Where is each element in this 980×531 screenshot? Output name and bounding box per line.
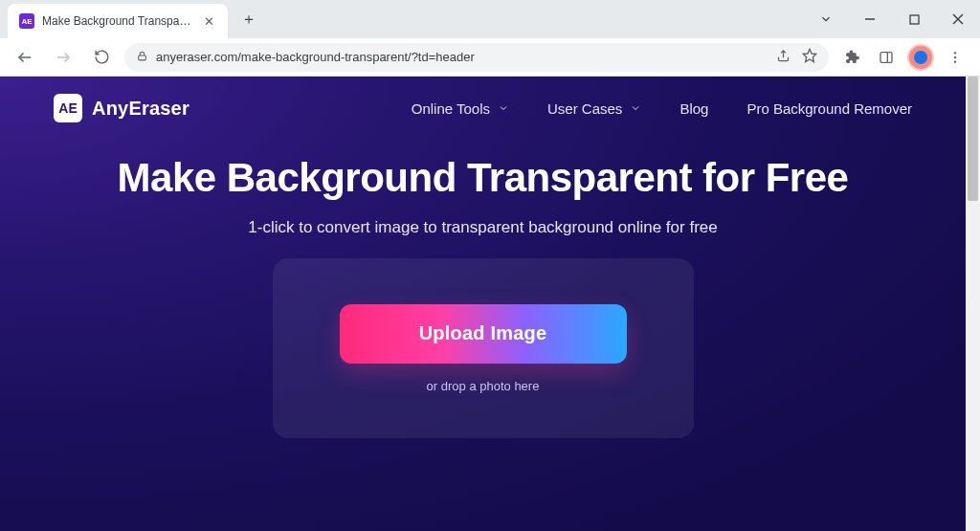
lock-icon bbox=[136, 50, 148, 65]
drop-hint-text: or drop a photo here bbox=[427, 379, 540, 393]
viewport: AE AnyEraser Online Tools User Cases bbox=[0, 77, 980, 531]
hero-title: Make Background Transparent for Free bbox=[38, 155, 927, 201]
window-controls bbox=[804, 0, 980, 38]
svg-rect-1 bbox=[910, 15, 919, 24]
address-bar[interactable]: anyeraser.com/make-background-transparen… bbox=[124, 43, 829, 72]
window-maximize-button[interactable] bbox=[892, 0, 936, 38]
browser-toolbar: anyeraser.com/make-background-transparen… bbox=[0, 38, 980, 77]
chrome-menu-button[interactable] bbox=[940, 42, 970, 73]
hero-subtitle: 1-click to convert image to transparent … bbox=[38, 218, 927, 237]
window-minimize-button[interactable] bbox=[848, 0, 892, 38]
profile-avatar[interactable] bbox=[905, 42, 936, 73]
share-icon[interactable] bbox=[776, 49, 791, 66]
address-bar-url: anyeraser.com/make-background-transparen… bbox=[156, 50, 768, 64]
svg-point-12 bbox=[954, 55, 956, 57]
window-titlebar: AE Make Background Transparent in ✕ ＋ bbox=[0, 0, 980, 38]
nav-blog[interactable]: Blog bbox=[679, 100, 708, 117]
upload-image-button[interactable]: Upload Image bbox=[340, 304, 627, 364]
browser-tab[interactable]: AE Make Background Transparent in ✕ bbox=[8, 4, 228, 38]
brand-logo-link[interactable]: AE AnyEraser bbox=[54, 94, 189, 122]
nav-back-button[interactable] bbox=[10, 42, 40, 73]
tab-search-button[interactable] bbox=[804, 0, 848, 38]
page: AE AnyEraser Online Tools User Cases bbox=[0, 77, 966, 531]
site-header: AE AnyEraser Online Tools User Cases bbox=[0, 77, 966, 134]
window-close-button[interactable] bbox=[936, 0, 980, 38]
nav-user-cases[interactable]: User Cases bbox=[547, 100, 641, 117]
bookmark-star-icon[interactable] bbox=[802, 48, 817, 66]
svg-marker-8 bbox=[803, 49, 815, 61]
brand-name: AnyEraser bbox=[92, 98, 189, 120]
nav-reload-button[interactable] bbox=[86, 42, 117, 73]
nav-pro-bg-remover[interactable]: Pro Background Remover bbox=[746, 100, 912, 117]
svg-point-13 bbox=[954, 60, 956, 62]
svg-point-11 bbox=[954, 52, 956, 54]
chevron-down-icon bbox=[630, 102, 641, 114]
side-panel-icon[interactable] bbox=[871, 42, 902, 73]
nav-online-tools[interactable]: Online Tools bbox=[412, 100, 509, 117]
nav-item-label: Pro Background Remover bbox=[746, 100, 912, 117]
nav-item-label: Online Tools bbox=[412, 100, 490, 117]
main-nav: Online Tools User Cases Blog bbox=[412, 100, 912, 117]
nav-item-label: Blog bbox=[679, 100, 708, 117]
hero: Make Background Transparent for Free 1-c… bbox=[0, 134, 966, 438]
svg-rect-9 bbox=[880, 52, 892, 62]
svg-rect-6 bbox=[139, 55, 146, 59]
upload-dropzone[interactable]: Upload Image or drop a photo here bbox=[273, 258, 694, 438]
chevron-down-icon bbox=[498, 102, 509, 114]
vertical-scrollbar[interactable] bbox=[966, 77, 980, 531]
new-tab-button[interactable]: ＋ bbox=[235, 6, 262, 33]
tab-close-button[interactable]: ✕ bbox=[201, 13, 216, 29]
extensions-puzzle-icon[interactable] bbox=[836, 42, 867, 73]
tab-favicon: AE bbox=[19, 13, 34, 29]
nav-forward-button[interactable] bbox=[48, 42, 78, 73]
scrollbar-thumb[interactable] bbox=[968, 77, 978, 201]
tab-title: Make Background Transparent in bbox=[42, 14, 193, 28]
brand-logo-icon: AE bbox=[54, 94, 82, 122]
nav-item-label: User Cases bbox=[547, 100, 622, 117]
